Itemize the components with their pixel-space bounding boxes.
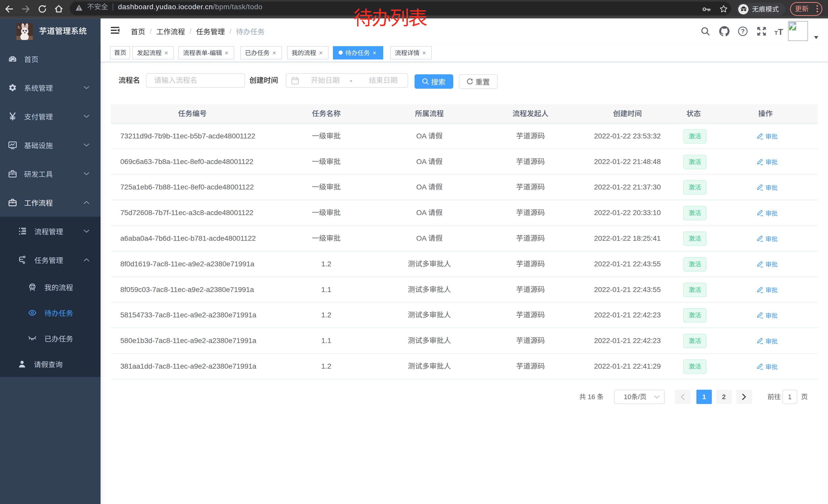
svg-text:T: T <box>774 30 778 36</box>
svg-text:?: ? <box>741 28 745 35</box>
svg-text:T: T <box>778 27 783 36</box>
